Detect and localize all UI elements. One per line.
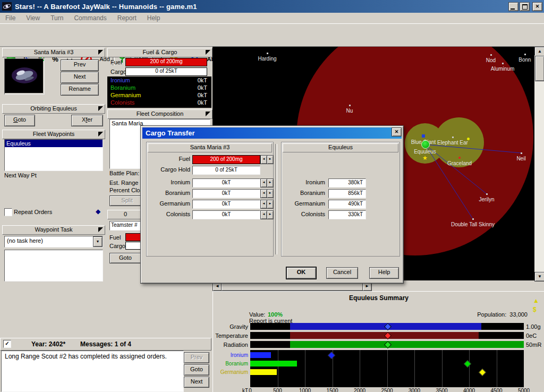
population-line: Population: 33,000 (447, 311, 528, 318)
star-harding-dot[interactable] (267, 53, 268, 54)
menu-help[interactable]: Help (142, 13, 166, 23)
dialog-close-button[interactable]: ✕ (392, 127, 402, 137)
transfer-right-arrow[interactable]: ► (267, 200, 274, 209)
xfer-button[interactable]: Xfer (71, 115, 103, 126)
transfer-right-arrow[interactable]: ► (267, 210, 274, 219)
goto-planet-button[interactable]: Goto (4, 115, 35, 126)
split-button[interactable]: Split (109, 195, 144, 206)
star-jerilyn-label[interactable]: Jerilyn (479, 197, 495, 202)
message-filter-checkbox[interactable]: ✓ (3, 340, 11, 348)
collapse-icon[interactable] (98, 132, 103, 137)
summary-indicator[interactable]: ▲ (533, 297, 539, 304)
axis-tick: 0 (249, 388, 252, 392)
mineral-label: Ironium (213, 352, 248, 358)
hab-label: Gravity (213, 323, 248, 330)
cargo-mineral-row: Germanium0kT (107, 92, 211, 99)
star-bonn-label[interactable]: Bonn (518, 57, 531, 63)
star-elephant-ear-dot[interactable] (452, 137, 454, 138)
star-harding-label[interactable]: Harding (258, 56, 276, 62)
cargo-gauge: 0 of 25kT (125, 67, 207, 76)
star-nu-label[interactable]: Nu (346, 108, 353, 114)
star-nod-dot[interactable] (490, 54, 492, 56)
star-double-tall-skinny-label[interactable]: Double Tall Skinny (451, 221, 495, 227)
waypoints-panel-header[interactable]: Fleet Waypoints (2, 130, 105, 139)
mineral-name: Colonists (110, 99, 134, 106)
transfer-right-arrow[interactable]: ► (267, 155, 274, 164)
gridline (414, 350, 415, 387)
menu-report[interactable]: Report (112, 13, 142, 23)
axis-tick: 2500 (381, 388, 393, 392)
star-aluminum-label[interactable]: Aluminum (491, 66, 514, 72)
hab-bar-temperature[interactable] (250, 332, 524, 339)
transfer-right-arrow[interactable]: ► (267, 178, 274, 188)
next-message-button[interactable]: Next (184, 377, 209, 388)
collapse-icon[interactable] (98, 227, 103, 232)
help-button[interactable]: Help (369, 267, 399, 279)
other-goto-button[interactable]: Goto (109, 253, 141, 263)
star-graceland-label[interactable]: Graceland (447, 160, 472, 166)
gridline (278, 350, 278, 387)
minimize-button[interactable] (508, 2, 518, 11)
star-jerilyn-dot[interactable] (486, 193, 488, 195)
menu-turn[interactable]: Turn (45, 13, 69, 23)
cancel-button[interactable]: Cancel (326, 267, 358, 279)
concentration-marker (464, 360, 471, 368)
map-scroll-down[interactable]: ▼ (534, 272, 544, 282)
restore-button[interactable] (520, 2, 530, 11)
star-aluminum-dot[interactable] (502, 63, 504, 64)
menu-view[interactable]: View (21, 13, 45, 23)
prev-fleet-button[interactable]: Prev (61, 59, 99, 71)
menu-file[interactable]: File (0, 13, 21, 23)
collapse-icon[interactable] (98, 50, 103, 55)
orbiting-panel-header[interactable]: Orbiting Equuleus (2, 104, 105, 114)
gridline (497, 350, 497, 387)
fleet-marker-star-blue-giant[interactable] (422, 134, 425, 138)
task-select[interactable]: (no task here) ▼ (4, 236, 103, 248)
help-diamond-icon[interactable]: ◆ (96, 208, 100, 215)
planet-row-value: 490kT (328, 200, 366, 209)
hab-bar-gravity[interactable] (250, 323, 524, 330)
fleet-panel-header[interactable]: Santa Maria #3 (2, 48, 105, 57)
fuel-cargo-header[interactable]: Fuel & Cargo (107, 48, 212, 57)
transfer-row-value: 0kT (192, 178, 260, 188)
star-equuleus-marker[interactable] (421, 140, 430, 149)
waypoint-item[interactable]: Equuleus (5, 140, 103, 147)
message-text: Long Range Scout #2 has completed its as… (2, 351, 183, 362)
task-dropdown-icon[interactable]: ▼ (93, 236, 103, 247)
transfer-right-arrow[interactable]: ► (267, 189, 274, 198)
star-equuleus-label[interactable]: Equuleus (414, 149, 436, 155)
summary-indicator[interactable]: $ (533, 306, 537, 313)
task-panel-header[interactable]: Waypoint Task (2, 225, 105, 235)
waypoint-list[interactable]: Equuleus (4, 139, 103, 171)
axis-tick: 1000 (299, 388, 311, 392)
map-vscroll-track[interactable] (534, 55, 544, 272)
transfer-row-value: 0kT (192, 200, 260, 209)
close-button[interactable]: ✕ (532, 2, 542, 11)
collapse-icon[interactable] (206, 112, 210, 116)
star-graceland-marker[interactable] (458, 157, 461, 159)
prev-message-button[interactable]: Prev (184, 352, 209, 363)
map-vscroll-thumb[interactable] (535, 56, 544, 81)
star-neil-label[interactable]: Neil (516, 156, 525, 161)
hab-bar-radiation[interactable] (250, 341, 524, 348)
star-double-tall-skinny-dot[interactable] (472, 218, 474, 220)
menu-commands[interactable]: Commands (69, 13, 112, 23)
repeat-orders-checkbox[interactable] (4, 208, 12, 216)
collapse-icon[interactable] (206, 50, 210, 55)
other-fleet-select[interactable]: Teamster # (109, 221, 143, 231)
next-fleet-button[interactable]: Next (61, 72, 99, 83)
star-neil-dot[interactable] (521, 152, 522, 154)
star-bonn-dot[interactable] (524, 54, 526, 55)
star-nu-dot[interactable] (349, 105, 351, 106)
ok-button[interactable]: OK (286, 267, 316, 279)
rename-button[interactable]: Rename (61, 84, 99, 96)
composition-header[interactable]: Fleet Composition (107, 109, 212, 119)
star-elephant-ear-label[interactable]: Elephant Ear (437, 140, 468, 146)
goto-message-button[interactable]: Goto (184, 364, 209, 376)
collapse-icon[interactable] (98, 106, 103, 111)
dialog-title-bar[interactable]: Cargo Transfer (142, 127, 402, 139)
yellow-planet-marker[interactable] (467, 138, 470, 140)
mineral-amount: 0kT (198, 77, 207, 83)
star-nod-label[interactable]: Nod (486, 57, 496, 63)
title-bar[interactable]: Stars! -- A Barefoot JayWalk -- Humanoid… (0, 0, 544, 13)
